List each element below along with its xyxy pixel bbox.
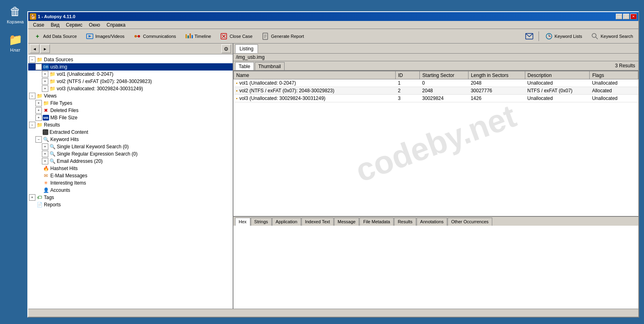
tree-item-email-addresses[interactable]: + 🔍 Email Addresses (20) xyxy=(28,158,233,165)
detail-tab-hex[interactable]: Hex xyxy=(235,218,250,226)
toolbar-separator xyxy=(539,31,539,41)
table-row[interactable]: ▪vol2 (NTFS / exFAT (0x07): 2048-3002982… xyxy=(234,87,638,95)
main-window: 🐕 1 - Autopsy 4.11.0 — □ ✕ Case Вид Серв… xyxy=(27,11,639,318)
detail-tab-strings[interactable]: Strings xyxy=(251,218,272,226)
tree-item-keyword-hits[interactable]: − 🔍 Keyword Hits xyxy=(28,136,233,143)
no-expander-reports xyxy=(29,201,35,208)
sub-tab-thumbnail[interactable]: Thumbnail xyxy=(255,62,285,70)
detail-tab-indexed-text[interactable]: Indexed Text xyxy=(301,218,334,226)
tree-item-reports[interactable]: 📄 Reports xyxy=(28,201,233,208)
tree-item-results[interactable]: − 📁 Results xyxy=(28,121,233,129)
communications-button[interactable]: Communications xyxy=(130,31,180,42)
tab-listing[interactable]: Listing xyxy=(235,44,258,53)
maximize-button[interactable]: □ xyxy=(623,14,630,19)
forward-button[interactable]: ► xyxy=(40,44,50,53)
vol3-folder-icon: 📁 xyxy=(49,85,56,92)
close-button[interactable]: ✕ xyxy=(630,14,637,19)
expander-email-addresses[interactable]: + xyxy=(42,158,48,164)
tree-item-email-messages[interactable]: ✉ E-Mail Messages xyxy=(28,172,233,179)
col-description[interactable]: Description xyxy=(525,71,590,79)
detail-tab-message[interactable]: Message xyxy=(334,218,359,226)
expander-single-literal[interactable]: + xyxy=(42,143,48,150)
expander-deleted-files[interactable]: + xyxy=(35,107,42,114)
expander-file-types[interactable]: + xyxy=(35,100,42,106)
back-button[interactable]: ◄ xyxy=(30,44,39,53)
cell-length-in-sectors: 1426 xyxy=(468,95,525,102)
expander-keyword-hits[interactable]: − xyxy=(35,136,42,143)
menu-help[interactable]: Справка xyxy=(103,21,129,29)
settings-button[interactable]: ⚙ xyxy=(221,44,231,53)
tree-item-deleted-files[interactable]: + ✖ Deleted Files xyxy=(28,107,233,114)
tree-item-file-size[interactable]: + MB MB File Size xyxy=(28,114,233,121)
expander-results[interactable]: − xyxy=(29,122,35,128)
col-starting-sector[interactable]: Starting Sector xyxy=(420,71,469,79)
bottom-section: Hex Strings Application Indexed Text Mes… xyxy=(233,216,638,309)
tree-item-single-literal[interactable]: + 🔍 Single Literal Keyword Search (0) xyxy=(28,143,233,150)
tree-item-vol1[interactable]: + 📁 vol1 (Unallocated: 0-2047) xyxy=(28,71,233,78)
no-expander-extracted xyxy=(35,129,42,135)
cell-id: 1 xyxy=(396,79,420,87)
tree-item-interesting-items[interactable]: ✳ Interesting Items xyxy=(28,179,233,187)
deleted-files-icon: ✖ xyxy=(43,107,49,114)
col-name[interactable]: Name xyxy=(234,71,396,79)
add-data-source-button[interactable]: + Add Data Source xyxy=(30,31,80,42)
tree-item-file-types[interactable]: + 📁 File Types xyxy=(28,100,233,107)
timeline-button[interactable]: Timeline xyxy=(181,31,215,42)
col-flags[interactable]: Flags xyxy=(590,71,638,79)
table-row[interactable]: ▪vol1 (Unallocated: 0-2047)102048Unalloc… xyxy=(234,79,638,87)
svg-rect-6 xyxy=(188,35,189,38)
tree-item-vol2[interactable]: + 📁 vol2 (NTFS / exFAT (0x07): 2048-3002… xyxy=(28,78,233,85)
keyword-lists-button[interactable]: Keyword Lists xyxy=(541,31,586,42)
expander-tags[interactable]: + xyxy=(29,194,35,201)
table-row[interactable]: ▪vol3 (Unallocated: 30029824-30031249)33… xyxy=(234,95,638,102)
menu-case[interactable]: Case xyxy=(30,21,47,29)
generate-report-button[interactable]: Generate Report xyxy=(258,31,308,42)
cell-length-in-sectors: 2048 xyxy=(468,79,525,87)
tree-item-single-regex[interactable]: + 🔍 Single Regular Expression Search (0) xyxy=(28,150,233,158)
expander-usb-img[interactable]: − xyxy=(35,64,42,70)
right-panel: Listing /img_usb.img Table Thumbnail 3 R… xyxy=(233,44,638,309)
single-regex-icon: 🔍 xyxy=(49,151,56,157)
detail-tab-results[interactable]: Results xyxy=(394,218,416,226)
data-table: Name ID Starting Sector Length in Sector… xyxy=(233,71,638,102)
tree-item-vol3[interactable]: + 📁 vol3 (Unallocated: 30029824-30031249… xyxy=(28,85,233,92)
expander-views[interactable]: − xyxy=(29,93,35,99)
tree-item-usb-img[interactable]: − DB usb.img xyxy=(28,63,233,71)
no-expander-hashset xyxy=(35,165,42,172)
detail-tab-application[interactable]: Application xyxy=(272,218,301,226)
status-bar xyxy=(28,309,638,317)
tree-item-extracted-content[interactable]: ⬛ Extracted Content xyxy=(28,129,233,136)
svg-point-2 xyxy=(134,35,137,37)
menu-servis[interactable]: Сервис xyxy=(63,21,86,29)
expander-vol3[interactable]: + xyxy=(42,85,48,92)
col-id[interactable]: ID xyxy=(396,71,420,79)
expander-vol1[interactable]: + xyxy=(42,71,48,77)
tree-item-hashset-hits[interactable]: 🔥 Hashset Hits xyxy=(28,165,233,172)
sub-tab-table[interactable]: Table xyxy=(235,62,254,70)
detail-tab-file-metadata[interactable]: File Metadata xyxy=(359,218,394,226)
menu-okno[interactable]: Окно xyxy=(86,21,103,29)
keyword-lists-icon xyxy=(545,32,553,40)
expander-vol2[interactable]: + xyxy=(42,78,48,85)
minimize-button[interactable]: — xyxy=(616,14,622,19)
detail-tab-annotations[interactable]: Annotations xyxy=(417,218,447,226)
col-length-in-sectors[interactable]: Length in Sectors xyxy=(468,71,525,79)
keyword-search-button[interactable]: Keyword Search xyxy=(587,31,637,42)
desktop-icon-trash[interactable]: 🗑 Корзина xyxy=(3,4,27,24)
close-case-button[interactable]: Close Case xyxy=(216,31,256,42)
db-icon: DB xyxy=(43,64,49,70)
tree-item-data-sources[interactable]: − 📁 Data Sources xyxy=(28,56,233,63)
search-magnifier-icon xyxy=(591,32,599,40)
menu-vid[interactable]: Вид xyxy=(47,21,63,29)
expander-file-size[interactable]: + xyxy=(35,114,42,121)
images-videos-button[interactable]: Images/Videos xyxy=(82,31,128,42)
tree-item-views[interactable]: − 📁 Views xyxy=(28,92,233,100)
tree-item-accounts[interactable]: 👤 Accounts xyxy=(28,187,233,194)
expander-single-regex[interactable]: + xyxy=(42,151,48,157)
email-button[interactable] xyxy=(522,31,536,42)
svg-rect-8 xyxy=(192,35,193,38)
detail-tab-other-occurrences[interactable]: Other Occurrences xyxy=(448,218,492,226)
desktop-icon-files[interactable]: 📁 Нлат xyxy=(3,32,27,52)
expander-data-sources[interactable]: − xyxy=(29,56,35,63)
tree-item-tags[interactable]: + 🏷 Tags xyxy=(28,194,233,201)
